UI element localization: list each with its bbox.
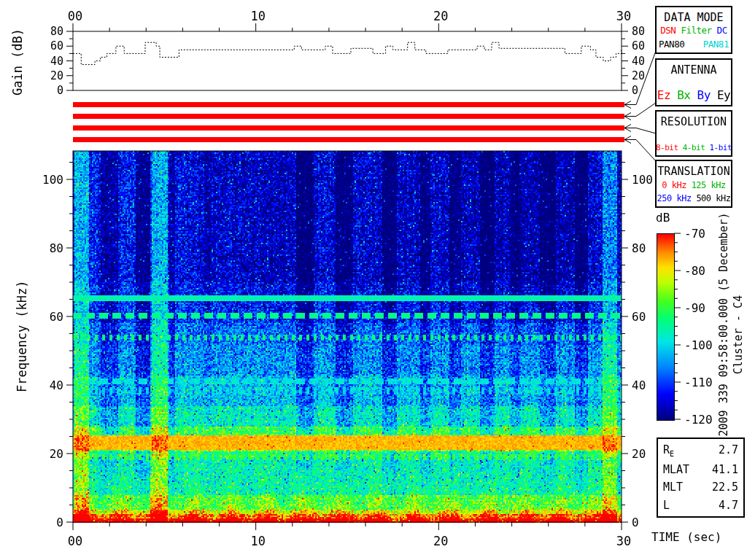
info-box-value: 250 kHz [657,193,692,203]
ephemeris-box: RE2.7MLAT41.1MLT22.5L4.7 [657,438,745,518]
info-box-value: 1-bit [709,143,732,152]
freq-tick-label-left: 60 [50,310,63,324]
info-box-antenna: ANTENNAEz Bx By Ey [655,58,732,106]
info-box-value: DSN [660,25,676,36]
info-box-translation: TRANSLATION0 kHz 125 kHz250 kHz 500 kHz [655,160,732,208]
info-box-value [712,25,717,36]
info-box-row: 250 kHz 500 kHz [659,193,729,203]
colorbar [657,233,675,421]
gain-xtick-label: 00 [68,9,82,23]
connector-arrowhead [624,125,631,128]
info-box-value [676,25,681,36]
freq-tick-label-right: 40 [632,378,646,392]
info-box-value: 0 kHz [662,180,686,190]
info-box-resolution: RESOLUTION8-bit 4-bit 1-bit [655,110,732,157]
ephemeris-value: 41.1 [712,463,738,476]
ephemeris-row: L4.7 [663,499,738,512]
ephemeris-row: MLAT41.1 [663,463,738,476]
time-tick-label: 20 [433,534,448,548]
colorbar-tick-label: -110 [684,376,713,389]
info-box-value [711,88,717,102]
info-box-value: By [697,88,711,102]
gain-ytick-label-left: 60 [50,39,63,52]
gain-ytick-label-right: 40 [632,55,645,68]
gain-ytick-label-right: 20 [632,69,645,82]
ephemeris-label: RE [663,443,674,458]
info-box-title: ANTENNA [670,63,716,77]
ephemeris-label: L [663,499,670,512]
gain-axis-label: Gain (dB) [10,18,25,106]
freq-tick-label-right: 80 [632,241,646,255]
gain-trace [73,42,622,64]
gain-ytick-label-left: 0 [57,84,63,97]
ephemeris-value: 2.7 [719,443,738,458]
info-box-value: Filter [681,25,711,36]
freq-tick-label-left: 100 [42,173,63,187]
info-box-value: 8-bit [656,143,678,152]
info-box-value: PAN81 [703,39,729,50]
info-box-value [670,88,677,102]
colorbar-tick-label: -120 [684,413,713,427]
connector-arrowhead [624,140,631,144]
gain-ytick-label-right: 60 [632,39,645,52]
time-tick-label: 10 [250,534,265,548]
time-tick-label: 30 [616,534,631,548]
info-box-title: TRANSLATION [657,165,729,178]
gain-ytick-label-right: 0 [632,84,638,97]
info-box-value: Ez [657,88,670,102]
info-box-value: Bx [677,88,690,102]
freq-tick-label-right: 60 [632,310,646,324]
ephemeris-row: MLT22.5 [663,481,738,494]
info-box-value: DC [717,25,727,36]
colorbar-tick-label: -80 [684,264,705,278]
info-box-value [690,88,697,102]
connector-arrowhead [624,101,631,105]
info-box-data-mode: DATA MODEDSN Filter DCPAN80PAN81 [655,6,732,54]
colorbar-tick-label: -90 [684,301,705,315]
freq-tick-label-left: 20 [50,447,63,461]
frequency-axis-label: Frequency (kHz) [15,283,29,392]
spacecraft-annotation: Cluster - C4 [732,289,745,380]
info-box-value: 4-bit [683,143,705,152]
ephemeris-label: MLT [663,481,683,494]
freq-tick-label-right: 100 [632,173,653,187]
freq-tick-label-left: 80 [50,241,63,255]
info-box-row: 8-bit 4-bit 1-bit [659,143,729,152]
connector-line [636,103,656,117]
freq-tick-label-left: 0 [56,516,63,529]
ephemeris-value: 4.7 [719,499,738,512]
colorbar-tick-label: -70 [684,227,705,241]
info-box-row: PAN80PAN81 [659,39,729,50]
connector-arrowhead [624,136,631,140]
gain-ytick-label-left: 80 [50,25,63,38]
ephemeris-value: 22.5 [712,481,738,494]
info-box-value: Ey [717,88,730,102]
gain-xtick-label: 30 [616,9,631,23]
info-box-row: 0 kHz 125 kHz [659,180,729,190]
spectrogram-frame [73,151,622,522]
info-box-value [686,180,692,190]
gain-xtick-label: 10 [250,9,265,23]
connector-arrowhead [624,105,631,109]
colorbar-tick-label: -100 [684,338,713,352]
ephemeris-label: MLAT [663,463,689,476]
connector-arrowhead [624,113,631,117]
time-axis-label: TIME (sec) [651,530,721,544]
info-box-title: RESOLUTION [661,115,727,128]
wbd-spectrogram-plot: 0010203000202040406060808000202040406060… [0,0,747,560]
info-box-value [692,193,697,203]
gain-ytick-label-left: 40 [50,55,63,68]
gain-ytick-label-right: 80 [632,25,645,38]
info-box-value: PAN80 [659,39,684,50]
time-tick-label: 00 [68,534,82,548]
info-box-value: 125 kHz [692,180,726,190]
datetime-annotation: 2009 339 09:58:00.000 (5 December) [717,222,730,437]
info-box-title: DATA MODE [664,11,723,24]
colorbar-title: dB [656,211,670,225]
info-box-row: Ez Bx By Ey [659,88,729,102]
gain-panel-frame [73,31,622,90]
info-box-value: 500 kHz [696,193,730,203]
info-box-row: DSN Filter DC [659,25,729,36]
connector-line [636,140,656,162]
gain-ytick-label-left: 20 [50,69,63,82]
